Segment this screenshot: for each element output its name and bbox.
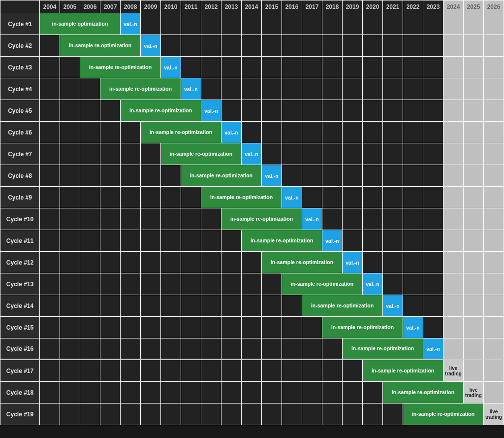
empty-cell xyxy=(464,187,484,208)
empty-cell xyxy=(60,165,80,187)
empty-cell xyxy=(60,404,80,425)
empty-cell xyxy=(484,57,504,78)
cycle-label: Cycle #18 xyxy=(0,382,40,404)
year-header: 2020 xyxy=(363,0,383,14)
year-header: 2018 xyxy=(322,0,343,14)
validation-block: val.-n xyxy=(343,252,363,273)
empty-cell xyxy=(383,35,403,57)
empty-cell xyxy=(443,13,464,35)
empty-cell xyxy=(484,122,504,143)
empty-cell xyxy=(282,404,302,425)
empty-cell xyxy=(322,360,343,382)
empty-cell xyxy=(60,295,80,317)
empty-cell xyxy=(363,382,383,404)
empty-cell xyxy=(121,122,141,143)
cycle-label: Cycle #12 xyxy=(0,252,40,273)
empty-cell xyxy=(302,165,322,187)
empty-cell xyxy=(343,35,363,57)
empty-cell xyxy=(141,165,161,187)
empty-cell xyxy=(100,230,121,252)
empty-cell xyxy=(121,187,141,208)
empty-cell xyxy=(343,78,363,100)
empty-cell xyxy=(60,143,80,165)
empty-cell xyxy=(100,143,121,165)
empty-cell xyxy=(302,100,322,122)
empty-cell xyxy=(141,273,161,295)
empty-cell xyxy=(181,273,201,295)
empty-cell xyxy=(80,143,100,165)
empty-cell xyxy=(302,382,322,404)
empty-cell xyxy=(443,143,464,165)
empty-cell xyxy=(464,143,484,165)
empty-cell xyxy=(262,382,282,404)
empty-cell xyxy=(262,100,282,122)
empty-cell xyxy=(262,78,282,100)
empty-cell xyxy=(161,230,181,252)
empty-cell xyxy=(121,252,141,273)
empty-cell xyxy=(141,338,161,360)
empty-cell xyxy=(141,382,161,404)
year-header: 2013 xyxy=(221,0,242,14)
empty-cell xyxy=(80,187,100,208)
empty-cell xyxy=(282,143,302,165)
empty-cell xyxy=(181,404,201,425)
empty-cell xyxy=(484,295,504,317)
cycle-label: Cycle #17 xyxy=(0,360,40,382)
empty-cell xyxy=(80,404,100,425)
empty-cell xyxy=(161,317,181,338)
empty-cell xyxy=(121,143,141,165)
empty-cell xyxy=(80,360,100,382)
empty-cell xyxy=(80,100,100,122)
live-trading-block: live trading xyxy=(464,382,484,404)
empty-cell xyxy=(141,252,161,273)
empty-cell xyxy=(443,165,464,187)
empty-cell xyxy=(443,317,464,338)
empty-cell xyxy=(242,13,262,35)
year-header: 2022 xyxy=(403,0,423,14)
empty-cell xyxy=(423,252,443,273)
empty-cell xyxy=(464,122,484,143)
validation-block: val.-n xyxy=(141,35,161,57)
re-optimization-block: in-sample re-optimization xyxy=(181,165,262,187)
empty-cell xyxy=(201,230,221,252)
empty-cell xyxy=(221,404,242,425)
year-header: 2019 xyxy=(343,0,363,14)
empty-cell xyxy=(60,100,80,122)
cycle-label: Cycle #9 xyxy=(0,187,40,208)
empty-cell xyxy=(403,208,423,230)
validation-block: val.-n xyxy=(262,165,282,187)
empty-cell xyxy=(363,13,383,35)
year-header: 2006 xyxy=(80,0,100,14)
empty-cell xyxy=(403,165,423,187)
empty-cell xyxy=(383,100,403,122)
empty-cell xyxy=(181,295,201,317)
empty-cell xyxy=(121,230,141,252)
empty-cell xyxy=(302,143,322,165)
empty-cell xyxy=(40,273,60,295)
empty-cell xyxy=(221,100,242,122)
re-optimization-block: in-sample re-optimization xyxy=(302,295,383,317)
empty-cell xyxy=(181,338,201,360)
empty-cell xyxy=(80,317,100,338)
empty-cell xyxy=(40,78,60,100)
empty-cell xyxy=(40,165,60,187)
empty-cell xyxy=(423,57,443,78)
cycle-label: Cycle #3 xyxy=(0,57,40,78)
empty-cell xyxy=(383,78,403,100)
validation-block: val.-n xyxy=(121,13,141,35)
empty-cell xyxy=(40,208,60,230)
empty-cell xyxy=(302,122,322,143)
empty-cell xyxy=(302,404,322,425)
empty-cell xyxy=(484,143,504,165)
empty-cell xyxy=(363,35,383,57)
empty-cell xyxy=(141,404,161,425)
empty-cell xyxy=(141,295,161,317)
empty-cell xyxy=(423,295,443,317)
validation-block: val.-n xyxy=(403,317,423,338)
empty-cell xyxy=(484,13,504,35)
empty-cell xyxy=(80,122,100,143)
re-optimization-block: in-sample re-optimization xyxy=(221,208,302,230)
empty-cell xyxy=(40,360,60,382)
empty-cell xyxy=(302,360,322,382)
year-header: 2010 xyxy=(161,0,181,14)
